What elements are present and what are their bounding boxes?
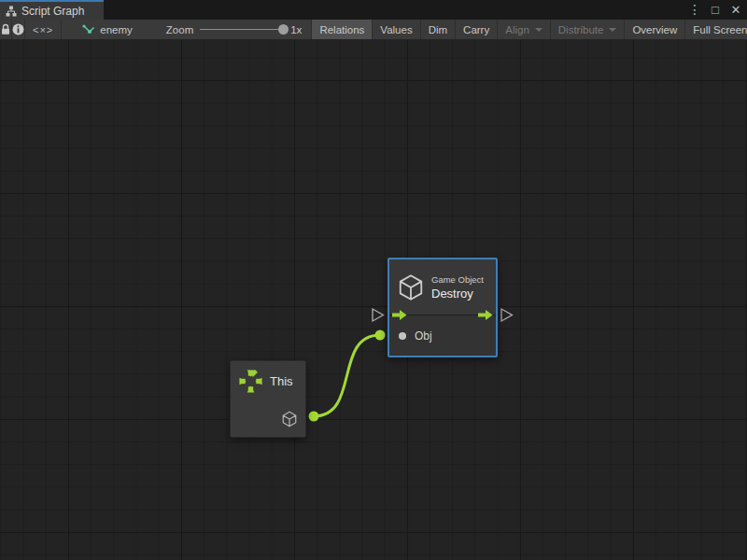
flow-graph-icon xyxy=(82,24,95,35)
toolbar-toggles: Relations Values Dim Carry Align Distrib… xyxy=(311,20,747,39)
dim-toggle[interactable]: Dim xyxy=(420,20,455,39)
obj-input-row: Obj xyxy=(389,315,496,356)
maximize-icon[interactable]: □ xyxy=(708,0,723,20)
connection-wire[interactable] xyxy=(314,335,380,416)
node-destroy[interactable]: Game Object Destroy Obj xyxy=(388,258,498,357)
graph-tab-icon xyxy=(6,6,17,17)
tab-title: Script Graph xyxy=(21,5,84,18)
chevron-down-icon xyxy=(535,28,543,32)
toolbar: <×> enemy Zoom 1x Relations Values Dim xyxy=(0,20,747,40)
relations-toggle[interactable]: Relations xyxy=(311,20,372,39)
script-graph-window: Script Graph ⋮ □ ✕ <×> xyxy=(0,0,747,560)
titlebar: Script Graph ⋮ □ ✕ xyxy=(0,0,747,20)
tab-script-graph[interactable]: Script Graph xyxy=(0,0,104,20)
close-icon[interactable]: ✕ xyxy=(728,0,743,20)
zoom-slider[interactable] xyxy=(200,29,284,30)
fullscreen-button[interactable]: Full Screen xyxy=(684,20,747,39)
window-menu-icon[interactable]: ⋮ xyxy=(687,0,702,20)
overview-button[interactable]: Overview xyxy=(624,20,684,39)
zoom-label: Zoom xyxy=(166,24,193,35)
values-toggle[interactable]: Values xyxy=(372,20,419,39)
zoom-value: 1x xyxy=(290,24,302,35)
chevron-down-icon xyxy=(609,28,616,32)
node-title: Destroy xyxy=(431,287,484,301)
control-out-port-triangle-icon[interactable] xyxy=(501,309,513,321)
obj-port-label: Obj xyxy=(415,329,432,343)
connection-start-dot[interactable] xyxy=(309,412,319,422)
cube-icon xyxy=(397,273,425,301)
graph-breadcrumb[interactable]: enemy xyxy=(62,20,142,39)
info-icon xyxy=(12,23,24,35)
control-in-port-triangle-icon[interactable] xyxy=(373,309,384,321)
node-category: Game Object xyxy=(431,274,484,285)
carry-toggle[interactable]: Carry xyxy=(455,20,497,39)
preview-code-button[interactable]: <×> xyxy=(25,20,62,39)
self-arrows-icon xyxy=(238,369,263,394)
node-this[interactable]: This xyxy=(230,360,306,438)
obj-input-port[interactable] xyxy=(399,332,406,340)
zoom-slider-handle[interactable] xyxy=(278,24,289,35)
graph-name-label: enemy xyxy=(100,24,133,35)
lock-icon xyxy=(0,23,11,35)
connection-layer xyxy=(0,40,747,560)
connection-end-dot[interactable] xyxy=(375,330,386,341)
graph-canvas[interactable]: This Game Object Destroy xyxy=(0,40,747,560)
align-dropdown[interactable]: Align xyxy=(497,20,550,39)
lock-button[interactable] xyxy=(0,20,12,39)
node-title: This xyxy=(270,374,293,388)
zoom-control: Zoom 1x xyxy=(142,20,312,39)
distribute-dropdown[interactable]: Distribute xyxy=(550,20,625,39)
info-button[interactable] xyxy=(12,20,25,39)
game-object-output-port[interactable] xyxy=(281,411,298,427)
